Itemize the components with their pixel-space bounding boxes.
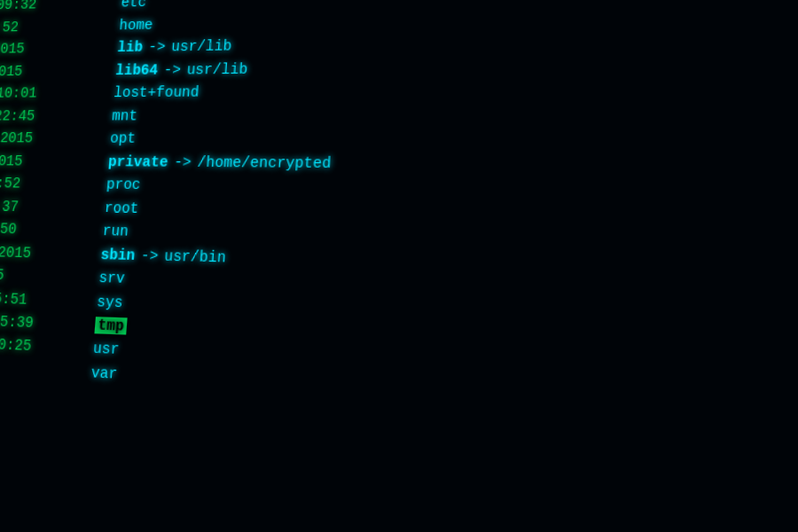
line-filename: sbin: [100, 243, 137, 267]
line-filename: home: [118, 14, 153, 37]
line-filename: lost+found: [113, 82, 200, 105]
line-arrow: ->: [134, 244, 165, 268]
line-date: 21. Sep 15:52: [0, 14, 121, 40]
line-arrow: ->: [168, 151, 199, 174]
terminal-line: 096 1. Aug 22:45mnt: [0, 102, 798, 128]
line-filename: srv: [98, 266, 125, 290]
line-date: 0 21. Sep 2015: [0, 262, 100, 290]
tmp-highlight: tmp: [94, 317, 127, 334]
line-filename: run: [102, 220, 129, 244]
line-target: /home/encrypted: [197, 151, 332, 176]
line-filename: private: [107, 150, 168, 174]
line-target: usr/lib: [170, 35, 232, 59]
line-filename: root: [104, 196, 140, 220]
line-date: 096 1. Aug 22:45: [0, 105, 113, 128]
line-date: 7 30. Sep 2015: [0, 59, 116, 83]
line-filename: opt: [109, 128, 137, 151]
line-target: usr/bin: [163, 244, 226, 269]
line-filename: proc: [106, 173, 142, 197]
line-filename: mnt: [111, 105, 138, 128]
line-date: 4096 30. Sep 2015: [0, 239, 102, 266]
line-date: 84 23. Jul 10:01: [0, 82, 114, 105]
line-filename: var: [90, 361, 118, 386]
line-date: 7 30. Sep 2015: [0, 37, 118, 62]
line-date: 0 21. Sep 15:52: [0, 171, 107, 196]
line-arrow: ->: [142, 36, 172, 59]
line-filename: lib: [116, 36, 143, 59]
line-filename: etc: [121, 0, 147, 14]
line-arrow: ->: [157, 59, 188, 82]
line-filename: usr: [92, 337, 120, 362]
terminal-content: Sep 2015 15:53bin->usr/bin8 Sep 09:31boo…: [0, 0, 798, 532]
line-filename: sys: [96, 290, 123, 315]
line-date: 7 12. Aug 15:37: [0, 194, 106, 220]
line-filename: lib64: [114, 59, 159, 82]
terminal-window: Sep 2015 15:53bin->usr/bin8 Sep 09:31boo…: [0, 0, 798, 532]
line-date: 7 30. Sep 15:50: [0, 216, 104, 243]
line-filename: tmp: [94, 314, 128, 339]
line-target: usr/lib: [186, 58, 248, 82]
line-date: 16 21. Sep 2015: [0, 149, 109, 173]
line-date: 096 30. Sep 2015: [0, 127, 111, 150]
